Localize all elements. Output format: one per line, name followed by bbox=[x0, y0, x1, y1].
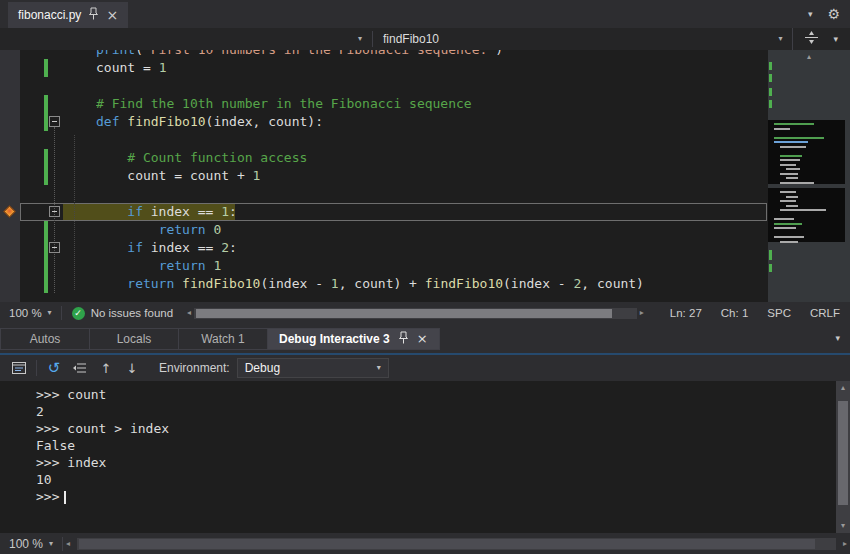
document-tab-fibonacci[interactable]: fibonacci.py × bbox=[8, 2, 128, 28]
indent-guide-line bbox=[74, 135, 75, 290]
chevron-down-icon: ▾ bbox=[778, 35, 782, 43]
editor-horizontal-scrollbar[interactable]: ◂ ▸ bbox=[187, 308, 644, 319]
code-line: if index == 1: bbox=[96, 203, 768, 221]
editor-toolbar-icons: ▾ bbox=[792, 28, 850, 50]
scroll-left-icon[interactable]: ◂ bbox=[187, 309, 191, 317]
minimap-change-mark bbox=[769, 62, 772, 70]
scrollbar-thumb[interactable] bbox=[79, 539, 815, 549]
scrollbar-thumb[interactable] bbox=[838, 401, 848, 505]
environment-dropdown-value: Debug bbox=[245, 361, 280, 375]
code-line: # Count function access bbox=[96, 149, 768, 167]
split-editor-icon[interactable] bbox=[805, 31, 818, 47]
tab-debug-interactive-3[interactable]: Debug Interactive 3 × bbox=[267, 328, 440, 350]
chevron-down-icon[interactable]: ▾ bbox=[833, 35, 838, 44]
breakpoint-margin[interactable] bbox=[0, 50, 20, 302]
caret-position-fields: Ln: 27 Ch: 1 SPC CRLF bbox=[670, 307, 850, 319]
change-tracking-bar bbox=[44, 239, 48, 257]
tab-autos[interactable]: Autos bbox=[0, 328, 90, 350]
fold-toggle[interactable] bbox=[49, 206, 60, 217]
minimap-change-mark bbox=[769, 74, 772, 82]
chevron-down-icon[interactable]: ▾ bbox=[835, 334, 840, 343]
issues-indicator[interactable]: ✓ No issues found bbox=[62, 307, 183, 320]
code-line bbox=[96, 185, 768, 203]
ide-window: fibonacci.py × ▾ ⚙ ▾ findFibo10 ▾ ▾ bbox=[0, 0, 850, 554]
code-line bbox=[96, 131, 768, 149]
scroll-left-icon[interactable]: ◂ bbox=[63, 540, 73, 548]
minimap-change-mark bbox=[769, 88, 772, 96]
minimap-change-mark bbox=[769, 264, 772, 272]
editor-status-bar: 100 % ▾ ✓ No issues found ◂ ▸ Ln: 27 Ch:… bbox=[0, 302, 850, 324]
interactive-zoom-dropdown[interactable]: 100 % ▾ bbox=[0, 537, 62, 551]
member-dropdown-value: findFibo10 bbox=[383, 32, 439, 46]
indent-mode-field: SPC bbox=[767, 307, 791, 319]
code-line: count = 1 bbox=[96, 59, 768, 77]
code-area[interactable]: print("First 10 numbers in the Fibonacci… bbox=[96, 50, 768, 302]
tab-label: Debug Interactive 3 bbox=[279, 332, 390, 346]
pin-icon[interactable] bbox=[399, 331, 408, 347]
history-icon[interactable] bbox=[67, 357, 93, 379]
fold-toggle[interactable] bbox=[49, 242, 60, 253]
editor-zoom-value: 100 % bbox=[9, 307, 42, 319]
interactive-bottom-bar: 100 % ▾ ◂ ▸ bbox=[0, 533, 850, 554]
editor-gutter[interactable] bbox=[20, 50, 96, 302]
chevron-down-icon: ▾ bbox=[358, 35, 362, 43]
code-line: if index == 2: bbox=[96, 239, 768, 257]
interactive-zoom-value: 100 % bbox=[9, 537, 43, 551]
tab-locals[interactable]: Locals bbox=[89, 328, 179, 350]
scope-dropdown[interactable]: ▾ bbox=[0, 28, 372, 50]
scrollbar-track[interactable] bbox=[194, 308, 637, 319]
pin-icon[interactable] bbox=[89, 7, 98, 23]
code-line bbox=[96, 77, 768, 95]
editor-zoom-dropdown[interactable]: 100 % ▾ bbox=[0, 307, 61, 319]
repl-line: 2 bbox=[36, 403, 850, 420]
chevron-down-icon: ▾ bbox=[49, 540, 53, 548]
document-tab-title: fibonacci.py bbox=[18, 8, 81, 22]
interactive-toolbar: ↺ ↑ ↓ Environment: Debug ▾ bbox=[0, 353, 850, 381]
tab-label: Watch 1 bbox=[201, 332, 245, 346]
previous-history-icon[interactable]: ↑ bbox=[93, 357, 119, 379]
repl-line: False bbox=[36, 437, 850, 454]
scrollbar-track[interactable] bbox=[77, 538, 836, 550]
code-line: return 1 bbox=[96, 257, 768, 275]
environment-label: Environment: bbox=[159, 361, 230, 375]
code-lines: print("First 10 numbers in the Fibonacci… bbox=[96, 50, 768, 293]
repl-line: 10 bbox=[36, 471, 850, 488]
repl-line: >>> count bbox=[36, 386, 850, 403]
repl-lines: >>> count2>>> count > indexFalse>>> inde… bbox=[0, 381, 850, 505]
member-dropdown[interactable]: findFibo10 ▾ bbox=[373, 28, 792, 50]
interactive-window-icon[interactable] bbox=[6, 357, 32, 379]
change-tracking-bar bbox=[44, 221, 48, 239]
scroll-up-icon[interactable]: ▴ bbox=[807, 53, 811, 61]
environment-dropdown[interactable]: Debug ▾ bbox=[237, 358, 389, 378]
divider bbox=[36, 360, 37, 376]
change-tracking-bar bbox=[44, 275, 48, 293]
repl-line: >>> count > index bbox=[36, 420, 850, 437]
tab-label: Locals bbox=[117, 332, 152, 346]
gear-icon[interactable]: ⚙ bbox=[827, 7, 840, 21]
column-number-field: Ch: 1 bbox=[721, 307, 749, 319]
scroll-down-icon[interactable]: ▾ bbox=[841, 522, 845, 530]
minimap-change-mark bbox=[769, 250, 772, 260]
text-cursor bbox=[64, 491, 66, 504]
minimap-scrollbar[interactable]: ▴ bbox=[768, 50, 850, 302]
tab-watch-1[interactable]: Watch 1 bbox=[178, 328, 268, 350]
close-icon[interactable]: × bbox=[417, 332, 428, 345]
code-line: print("First 10 numbers in the Fibonacci… bbox=[96, 50, 768, 59]
interactive-vertical-scrollbar[interactable]: ▴ ▾ bbox=[836, 381, 850, 533]
minimap-preview-block bbox=[768, 188, 845, 242]
fold-toggle[interactable] bbox=[49, 116, 60, 127]
change-tracking-bar bbox=[44, 257, 48, 275]
code-line: return findFibo10(index - 1, count) + fi… bbox=[96, 275, 768, 293]
reset-repl-icon[interactable]: ↺ bbox=[41, 357, 67, 379]
scrollbar-thumb[interactable] bbox=[196, 309, 612, 318]
current-statement-icon bbox=[3, 205, 16, 218]
scroll-right-icon[interactable]: ▸ bbox=[840, 540, 850, 548]
interactive-window[interactable]: >>> count2>>> count > indexFalse>>> inde… bbox=[0, 381, 850, 533]
repl-line: >>> index bbox=[36, 454, 850, 471]
scroll-right-icon[interactable]: ▸ bbox=[640, 309, 644, 317]
toolbar-overflow-chevron-icon[interactable]: ▾ bbox=[808, 10, 813, 19]
line-number-field: Ln: 27 bbox=[670, 307, 702, 319]
next-history-icon[interactable]: ↓ bbox=[119, 357, 145, 379]
scroll-up-icon[interactable]: ▴ bbox=[841, 384, 845, 392]
close-icon[interactable]: × bbox=[106, 8, 118, 22]
